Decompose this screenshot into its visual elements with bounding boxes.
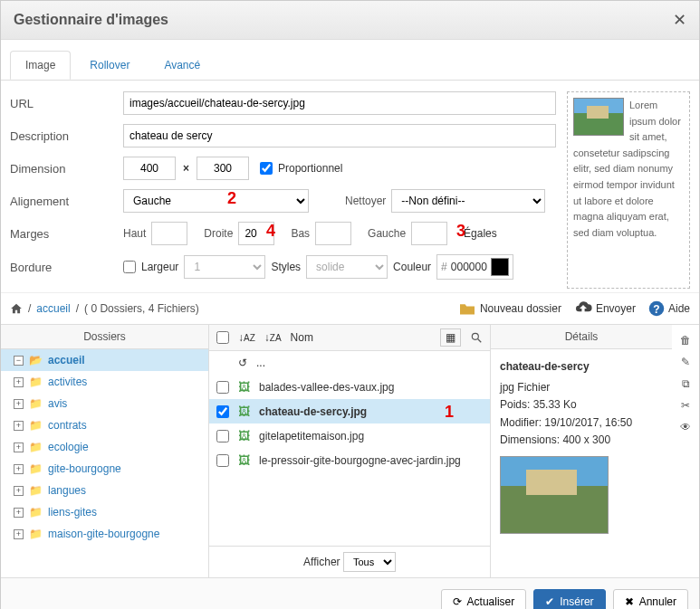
- label-url: URL: [10, 97, 123, 110]
- expand-icon[interactable]: +: [14, 508, 24, 518]
- folder-icon: 📁: [29, 419, 43, 432]
- delete-icon[interactable]: 🗑: [680, 334, 691, 347]
- help-button[interactable]: ? Aide: [648, 300, 690, 317]
- sort-asc-icon[interactable]: ↓AZ: [238, 331, 255, 344]
- file-row[interactable]: 🖼le-pressoir-gite-bourgogne-avec-jardin.…: [209, 448, 490, 472]
- file-checkbox[interactable]: [216, 454, 229, 467]
- expand-icon[interactable]: +: [14, 399, 24, 409]
- file-checkbox[interactable]: [216, 430, 229, 442]
- file-checkbox[interactable]: [216, 405, 229, 418]
- new-folder-button[interactable]: Nouveau dossier: [458, 301, 561, 316]
- sidebar-folder-maison-gite-bourgogne[interactable]: +📁maison-gite-bourgogne: [1, 523, 208, 545]
- expand-icon[interactable]: +: [14, 486, 24, 496]
- back-icon: ↺: [238, 357, 247, 369]
- view-icon[interactable]: 👁: [680, 421, 691, 433]
- expand-icon[interactable]: −: [14, 356, 24, 366]
- folders-header: Dossiers: [1, 325, 208, 349]
- file-name: balades-vallee-des-vaux.jpg: [259, 381, 483, 394]
- border-checkbox[interactable]: [123, 261, 136, 273]
- sidebar-folder-accueil[interactable]: −📂accueil: [1, 349, 208, 371]
- search-icon[interactable]: [470, 331, 483, 344]
- file-row[interactable]: 🖼gitelapetitemaison.jpg: [209, 423, 490, 448]
- proportional-checkbox[interactable]: [260, 162, 273, 175]
- expand-icon[interactable]: +: [14, 377, 24, 387]
- file-row[interactable]: 🖼balades-vallee-des-vaux.jpg: [209, 375, 490, 399]
- label-alignment: Alignement: [10, 195, 123, 208]
- upload-icon: [574, 301, 592, 316]
- clean-select[interactable]: --Non défini--: [391, 189, 545, 213]
- details-modified: 19/10/2017, 16:50: [544, 416, 632, 429]
- home-icon[interactable]: [10, 302, 23, 315]
- height-input[interactable]: [197, 157, 249, 180]
- description-input[interactable]: [123, 124, 556, 147]
- folder-icon: 📁: [29, 528, 43, 540]
- label-color: Couleur: [393, 261, 431, 273]
- breadcrumb-folder[interactable]: accueil: [36, 302, 70, 315]
- sidebar-folder-liens-gites[interactable]: +📁liens-gites: [1, 501, 208, 523]
- url-input[interactable]: [123, 91, 556, 115]
- label-description: Description: [10, 129, 123, 143]
- sort-desc-icon[interactable]: ↓ZA: [264, 331, 282, 344]
- folder-label: gite-bourgogne: [48, 462, 121, 475]
- insert-button[interactable]: ✔ Insérer: [533, 589, 605, 609]
- upload-button[interactable]: Envoyer: [574, 301, 636, 316]
- view-grid-icon[interactable]: ▦: [440, 328, 461, 347]
- file-checkbox[interactable]: [216, 381, 229, 394]
- expand-icon[interactable]: +: [14, 464, 24, 474]
- sidebar-folder-ecologie[interactable]: +📁ecologie: [1, 436, 208, 458]
- select-all-checkbox[interactable]: [216, 331, 229, 344]
- refresh-button[interactable]: ⟳ Actualiser: [441, 589, 527, 609]
- svg-line-3: [478, 339, 482, 343]
- label-top: Haut: [123, 227, 146, 240]
- file-name: le-pressoir-gite-bourgogne-avec-jardin.j…: [259, 454, 483, 467]
- folder-icon: 📁: [29, 376, 43, 388]
- folder-label: langues: [48, 484, 86, 497]
- expand-icon[interactable]: +: [14, 529, 24, 539]
- label-equal: Égales: [464, 227, 497, 240]
- help-icon: ?: [648, 300, 665, 317]
- folder-label: liens-gites: [48, 506, 97, 519]
- marker-3: 3: [456, 222, 465, 241]
- details-dimensions: 400 x 300: [562, 433, 610, 446]
- expand-icon[interactable]: +: [14, 442, 24, 452]
- width-input[interactable]: [123, 157, 176, 180]
- close-icon[interactable]: ✕: [673, 10, 686, 30]
- border-width-select[interactable]: 1: [184, 255, 265, 279]
- folder-icon: [458, 301, 476, 316]
- label-dimension: Dimension: [10, 162, 123, 176]
- image-file-icon: 🖼: [238, 453, 250, 467]
- refresh-icon: ⟳: [453, 595, 462, 608]
- preview-thumbnail: [573, 98, 624, 136]
- sidebar-folder-gite-bourgogne[interactable]: +📁gite-bourgogne: [1, 458, 208, 480]
- sidebar-folder-contrats[interactable]: +📁contrats: [1, 414, 208, 436]
- show-label: Afficher: [303, 556, 340, 568]
- edit-icon[interactable]: ✎: [681, 356, 690, 368]
- tab-rollover[interactable]: Rollover: [74, 51, 145, 80]
- sidebar-folder-avis[interactable]: +📁avis: [1, 393, 208, 414]
- border-style-select[interactable]: solide: [306, 255, 388, 279]
- tab-image[interactable]: Image: [10, 51, 71, 80]
- marker-2: 2: [227, 189, 236, 208]
- details-type: jpg Fichier: [500, 379, 663, 396]
- image-file-icon: 🖼: [238, 429, 250, 442]
- details-name: chateau-de-sercy: [500, 358, 663, 376]
- copy-icon[interactable]: ⧉: [682, 377, 690, 390]
- sidebar-folder-langues[interactable]: +📁langues: [1, 480, 208, 501]
- label-bottom: Bas: [291, 227, 310, 240]
- file-row[interactable]: 🖼chateau-de-sercy.jpg1: [209, 399, 490, 423]
- show-select[interactable]: Tous: [343, 552, 396, 572]
- parent-dir-row[interactable]: ↺ ...: [209, 351, 490, 375]
- alignment-select[interactable]: Gauche: [123, 189, 309, 213]
- cut-icon[interactable]: ✂: [681, 399, 690, 412]
- margin-left-input[interactable]: [411, 222, 447, 245]
- name-header[interactable]: Nom: [291, 331, 313, 344]
- cancel-button[interactable]: ✖ Annuler: [613, 589, 688, 609]
- expand-icon[interactable]: +: [14, 421, 24, 431]
- sidebar-folder-activites[interactable]: +📁activites: [1, 371, 208, 393]
- color-swatch[interactable]: [491, 258, 509, 276]
- margin-bottom-input[interactable]: [315, 222, 351, 245]
- folder-label: avis: [48, 397, 67, 410]
- breadcrumb-sep: /: [76, 302, 79, 315]
- tab-advanced[interactable]: Avancé: [149, 51, 216, 80]
- margin-top-input[interactable]: [151, 222, 187, 245]
